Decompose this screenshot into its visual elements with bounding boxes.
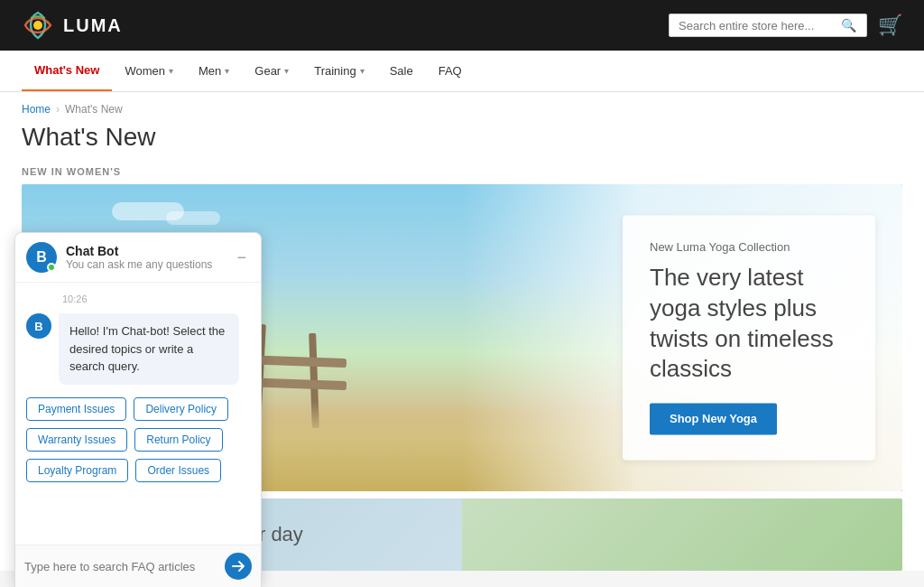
chat-widget: B Chat Bot You can ask me any questions … (14, 232, 262, 587)
search-input[interactable] (679, 19, 841, 33)
hero-title: The very latest yoga styles plus twists … (650, 263, 848, 385)
nav-item-gear[interactable]: Gear ▾ (242, 51, 301, 90)
nav-item-training[interactable]: Training ▾ (301, 51, 376, 90)
chat-chips-container: Payment Issues Delivery Policy Warranty … (26, 397, 250, 482)
header-right: 🔍 🛒 (669, 14, 902, 37)
chat-bot-subtitle: You can ask me any questions (66, 258, 224, 271)
chip-order-issues[interactable]: Order Issues (135, 459, 221, 482)
hero-subtitle: New Luma Yoga Collection (650, 240, 848, 254)
nav-item-sale[interactable]: Sale (377, 51, 426, 90)
breadcrumb-current: What's New (65, 103, 123, 116)
nav-item-faq[interactable]: FAQ (426, 51, 475, 90)
chat-header-info: Chat Bot You can ask me any questions (66, 244, 224, 271)
breadcrumb-home-link[interactable]: Home (22, 103, 51, 116)
chip-loyalty-program[interactable]: Loyalty Program (26, 459, 128, 482)
logo-area[interactable]: LUMA (22, 9, 123, 42)
section-label: NEW IN WOMEN'S (0, 166, 924, 184)
nav-chevron-women: ▾ (169, 66, 173, 76)
nav-item-whats-new[interactable]: What's New (22, 51, 112, 91)
logo-text: LUMA (63, 15, 123, 36)
shop-new-yoga-button[interactable]: Shop New Yoga (650, 404, 777, 435)
chat-message-avatar: B (26, 313, 51, 339)
svg-point-1 (33, 21, 42, 30)
search-icon-button[interactable]: 🔍 (841, 18, 856, 33)
chat-bot-name: Chat Bot (66, 244, 224, 258)
chat-send-button[interactable] (225, 553, 252, 580)
chat-online-indicator (47, 263, 56, 272)
logo-icon (22, 9, 54, 42)
bottom-right-panel (462, 498, 902, 571)
nav-chevron-gear: ▾ (284, 66, 289, 76)
send-icon (232, 560, 245, 573)
nav-item-women[interactable]: Women ▾ (112, 51, 186, 90)
nav-chevron-training: ▾ (360, 66, 365, 76)
cart-icon[interactable]: 🛒 (878, 14, 902, 37)
nav-chevron-men: ▾ (225, 66, 229, 76)
chat-message-row: B Hello! I'm Chat-bot! Select the desire… (26, 313, 250, 385)
breadcrumb-separator: › (56, 103, 60, 116)
chip-delivery-policy[interactable]: Delivery Policy (134, 397, 228, 421)
hero-text-box: New Luma Yoga Collection The very latest… (623, 215, 875, 460)
chat-timestamp: 10:26 (62, 294, 250, 304)
chat-message-bubble: Hello! I'm Chat-bot! Select the desired … (59, 313, 239, 385)
main-nav: What's New Women ▾ Men ▾ Gear ▾ Training… (0, 51, 924, 92)
chip-return-policy[interactable]: Return Policy (134, 428, 222, 452)
search-box[interactable]: 🔍 (669, 14, 867, 37)
chat-minimize-button[interactable]: − (233, 248, 250, 267)
chat-avatar: B (26, 242, 57, 273)
page-title: What's New (0, 119, 924, 166)
nav-item-men[interactable]: Men ▾ (186, 51, 242, 90)
breadcrumb: Home › What's New (0, 92, 924, 119)
chat-footer (15, 545, 261, 587)
chat-body: 10:26 B Hello! I'm Chat-bot! Select the … (15, 283, 261, 545)
chip-payment-issues[interactable]: Payment Issues (26, 397, 126, 421)
chip-warranty-issues[interactable]: Warranty Issues (26, 428, 127, 452)
chat-header: B Chat Bot You can ask me any questions … (15, 233, 261, 283)
chat-search-input[interactable] (24, 560, 217, 573)
